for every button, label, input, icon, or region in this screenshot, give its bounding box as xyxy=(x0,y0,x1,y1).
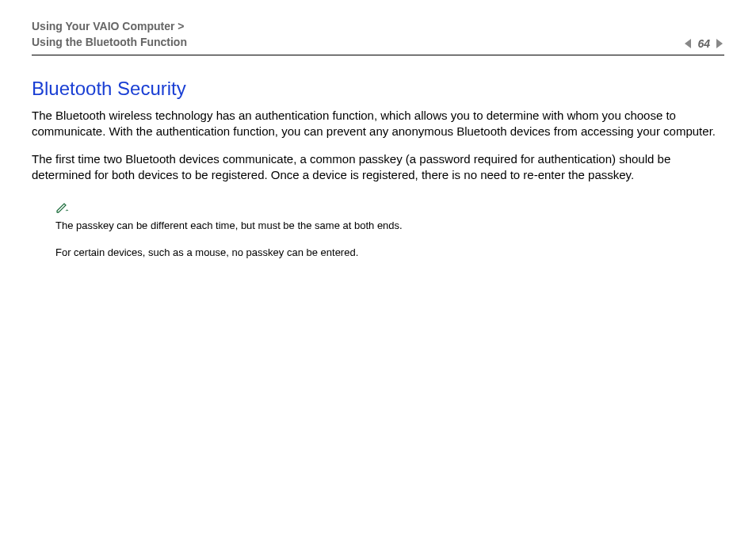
svg-marker-1 xyxy=(716,39,723,48)
breadcrumb-line1: Using Your VAIO Computer > xyxy=(32,19,187,35)
page-header: Using Your VAIO Computer > Using the Blu… xyxy=(32,19,724,55)
note-text-2: For certain devices, such as a mouse, no… xyxy=(55,245,724,261)
breadcrumb: Using Your VAIO Computer > Using the Blu… xyxy=(32,19,187,50)
next-page-button[interactable] xyxy=(715,38,724,49)
document-page: Using Your VAIO Computer > Using the Blu… xyxy=(0,0,756,260)
chevron-right-icon xyxy=(715,38,724,49)
body-paragraph-1: The Bluetooth wireless technology has an… xyxy=(32,108,724,140)
note-text-1: The passkey can be different each time, … xyxy=(55,218,724,234)
svg-marker-0 xyxy=(685,39,691,48)
page-navigation: 64 xyxy=(683,37,724,50)
prev-page-button[interactable] xyxy=(683,38,693,49)
breadcrumb-line2: Using the Bluetooth Function xyxy=(32,35,187,51)
pencil-note-icon xyxy=(55,202,724,216)
chevron-left-icon xyxy=(683,38,693,49)
body-paragraph-2: The first time two Bluetooth devices com… xyxy=(32,151,724,184)
note-block: The passkey can be different each time, … xyxy=(55,202,724,260)
page-number: 64 xyxy=(697,37,710,50)
section-title: Bluetooth Security xyxy=(32,78,724,100)
